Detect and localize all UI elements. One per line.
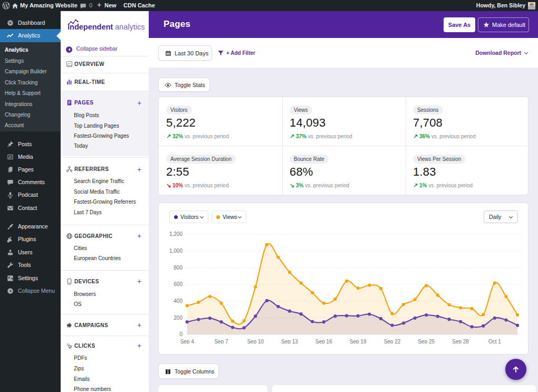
svg-text:1,200: 1,200 xyxy=(169,231,182,237)
svg-text:Sep 10: Sep 10 xyxy=(247,339,264,343)
svg-text:400: 400 xyxy=(174,298,182,304)
svg-text:Sep 22: Sep 22 xyxy=(384,339,401,343)
svg-text:Sep 16: Sep 16 xyxy=(315,339,332,343)
svg-text:Sep 13: Sep 13 xyxy=(281,339,298,343)
svg-text:600: 600 xyxy=(174,281,182,287)
svg-text:Sep 4: Sep 4 xyxy=(180,339,195,343)
svg-text:independent: independent xyxy=(68,23,113,31)
svg-text:analytics: analytics xyxy=(115,23,145,31)
svg-text:Sep 28: Sep 28 xyxy=(452,339,469,343)
svg-text:1,000: 1,000 xyxy=(169,248,182,254)
svg-text:800: 800 xyxy=(174,265,182,271)
svg-text:Sep 7: Sep 7 xyxy=(214,339,228,343)
svg-text:0: 0 xyxy=(179,331,182,337)
svg-text:200: 200 xyxy=(174,315,182,321)
svg-text:Sep 25: Sep 25 xyxy=(418,339,435,343)
svg-text:Sep 19: Sep 19 xyxy=(350,339,367,343)
svg-text:Oct 1: Oct 1 xyxy=(488,339,501,343)
